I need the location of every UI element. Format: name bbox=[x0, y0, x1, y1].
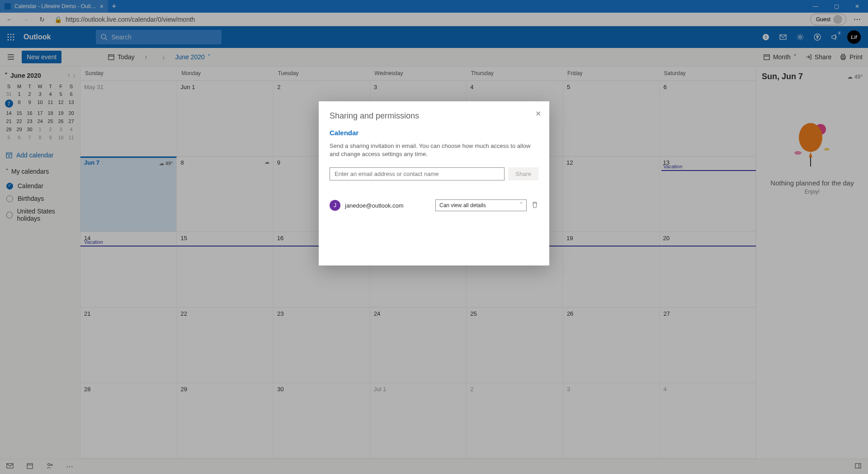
shared-person-row: J janedoe@outlook.com Can view all detai… bbox=[330, 199, 538, 211]
person-email: janedoe@outlook.com bbox=[345, 202, 404, 209]
share-submit-button[interactable]: Share bbox=[508, 167, 538, 180]
dialog-calendar-name: Calendar bbox=[330, 129, 538, 137]
trash-icon bbox=[531, 201, 538, 209]
dialog-close-button[interactable]: ✕ bbox=[535, 109, 541, 118]
permission-dropdown[interactable]: Can view all details bbox=[435, 199, 527, 211]
remove-person-button[interactable] bbox=[531, 201, 538, 210]
sharing-dialog: ✕ Sharing and permissions Calendar Send … bbox=[319, 101, 549, 265]
permission-selected-label: Can view all details bbox=[439, 202, 486, 209]
dialog-title: Sharing and permissions bbox=[330, 111, 538, 121]
modal-scrim[interactable]: ✕ Sharing and permissions Calendar Send … bbox=[0, 0, 868, 474]
share-email-input[interactable] bbox=[330, 167, 505, 180]
dialog-description: Send a sharing invitation in email. You … bbox=[330, 142, 538, 158]
person-avatar: J bbox=[330, 200, 340, 211]
